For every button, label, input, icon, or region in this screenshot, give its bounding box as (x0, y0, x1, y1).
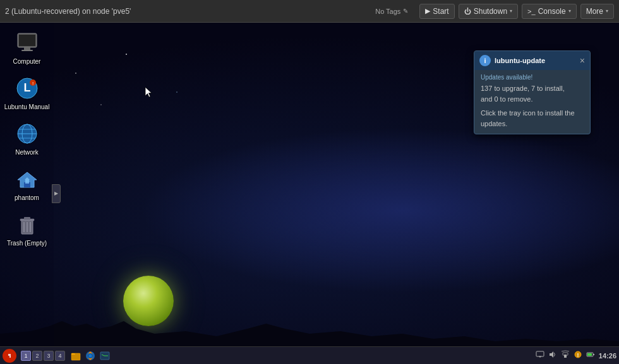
tags-label: No Tags (375, 8, 400, 15)
svg-rect-48 (21, 50, 33, 51)
pager-desktop-1[interactable]: 1 (21, 351, 31, 361)
svg-point-70 (89, 354, 92, 357)
taskbar-filemanager-icon[interactable] (69, 349, 82, 362)
moon (123, 276, 174, 326)
phantom-icon-label: phantom (15, 194, 39, 202)
taskbar-app-launchers (69, 349, 111, 362)
svg-text:L: L (23, 81, 30, 94)
network-icon (15, 121, 40, 146)
taskbar-volume-icon[interactable] (548, 350, 557, 361)
taskbar-right: ! 14:26 (536, 350, 616, 361)
taskbar-terminal-icon[interactable] (99, 349, 111, 362)
trash-icon (15, 212, 40, 237)
virtual-desktops-pager: 1 2 3 4 (21, 351, 65, 361)
notification-close-button[interactable]: × (580, 56, 585, 65)
taskbar-firefox-icon[interactable] (84, 349, 97, 362)
svg-rect-74 (536, 351, 544, 356)
update-notification: i lubuntu-update × Updates available! 13… (474, 50, 591, 134)
svg-marker-77 (550, 351, 553, 358)
desktop-icon-computer[interactable]: Computer (2, 28, 52, 68)
taskbar-network-icon[interactable] (561, 350, 570, 361)
notification-body: Updates available! 137 to upgrade, 7 to … (474, 70, 590, 134)
vm-title: 2 (Lubuntu-recovered) on node 'pve5' (5, 7, 371, 16)
toolbar: 2 (Lubuntu-recovered) on node 'pve5' No … (0, 0, 619, 23)
trash-icon-label: Trash (Empty) (7, 239, 47, 247)
taskbar-start-button[interactable] (3, 349, 16, 363)
svg-rect-47 (24, 47, 30, 50)
desktop-icons-panel: Computer L ! Lubuntu Manual (0, 23, 54, 364)
svg-point-3 (126, 54, 127, 55)
start-icon: ▶ (425, 7, 430, 15)
svg-rect-83 (587, 353, 592, 356)
notification-header: i lubuntu-update × (474, 51, 590, 70)
shutdown-icon: ⏻ (464, 8, 471, 15)
notification-text: 137 to upgrade, 7 to install, and 0 to r… (481, 83, 584, 104)
more-chevron: ▾ (606, 8, 608, 14)
notification-subtitle: Updates available! (481, 74, 584, 81)
svg-point-0 (61, 23, 189, 117)
taskbar-screen-icon[interactable] (536, 350, 544, 361)
console-icon: >_ (527, 8, 536, 15)
notification-title: lubuntu-update (495, 57, 576, 64)
console-chevron: ▾ (568, 8, 571, 14)
desktop-icon-phantom[interactable]: phantom (2, 164, 52, 204)
taskbar-battery-icon[interactable] (586, 350, 595, 361)
tags-area: No Tags ✎ (375, 8, 408, 15)
svg-text:!: ! (577, 352, 579, 358)
taskbar-left: 1 2 3 4 (3, 349, 111, 363)
shutdown-chevron: ▾ (510, 8, 512, 14)
svg-point-12 (176, 91, 177, 92)
svg-rect-46 (19, 35, 35, 46)
svg-rect-62 (24, 217, 30, 220)
pager-desktop-3[interactable]: 3 (44, 351, 54, 361)
network-icon-label: Network (15, 148, 39, 156)
pager-desktop-2[interactable]: 2 (32, 351, 42, 361)
taskbar: 1 2 3 4 (0, 346, 619, 364)
notification-action-text: Click the tray icon to install the updat… (481, 108, 584, 129)
home-folder-icon (15, 167, 40, 192)
computer-icon-label: Computer (13, 57, 41, 66)
desktop-icon-trash[interactable]: Trash (Empty) (2, 209, 52, 250)
more-button[interactable]: More ▾ (580, 4, 614, 19)
notification-info-icon: i (479, 55, 491, 66)
taskbar-clock: 14:26 (599, 352, 616, 360)
shutdown-button[interactable]: ⏻ Shutdown ▾ (459, 4, 518, 19)
desktop-icon-lubuntu-manual[interactable]: L ! Lubuntu Manual (2, 73, 52, 114)
svg-point-1 (147, 73, 189, 117)
lubuntu-manual-icon-label: Lubuntu Manual (4, 103, 50, 111)
start-button[interactable]: ▶ Start (419, 4, 454, 19)
edit-tags-icon[interactable]: ✎ (403, 8, 408, 15)
computer-icon (15, 30, 40, 56)
lubuntu-manual-icon: L ! (15, 76, 40, 101)
taskbar-update-icon[interactable]: ! (574, 350, 582, 361)
svg-point-11 (100, 104, 102, 105)
svg-text:!: ! (32, 81, 33, 86)
desktop[interactable]: Computer L ! Lubuntu Manual (0, 23, 619, 364)
console-button[interactable]: >_ Console ▾ (522, 4, 577, 19)
pager-desktop-4[interactable]: 4 (55, 351, 65, 361)
svg-point-2 (75, 73, 76, 74)
svg-rect-84 (593, 354, 594, 355)
desktop-icon-network[interactable]: Network (2, 119, 52, 159)
side-panel-handle[interactable]: ▶ (52, 184, 61, 203)
